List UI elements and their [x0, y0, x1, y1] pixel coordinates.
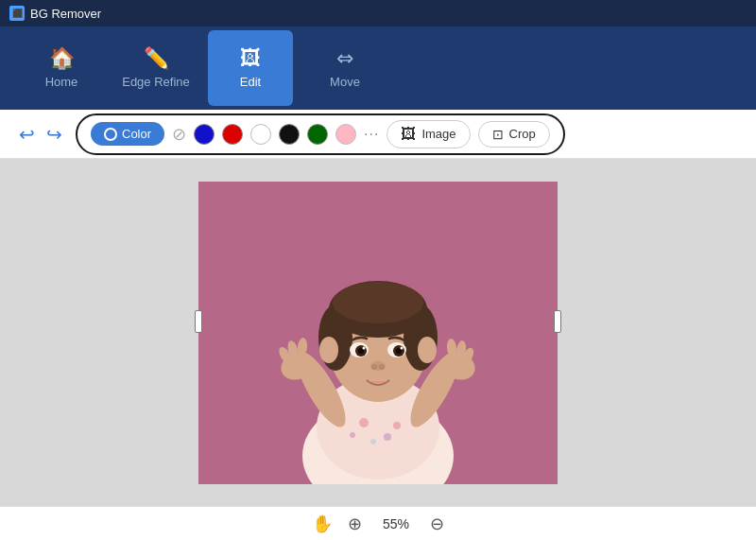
nav-item-move[interactable]: ⇔ Move: [302, 30, 387, 106]
svg-point-20: [363, 346, 366, 349]
image-button[interactable]: 🖼 Image: [387, 120, 470, 148]
statusbar: ✋ ⊕ 55% ⊖: [0, 506, 756, 540]
swatch-white[interactable]: [250, 124, 271, 145]
nav-label-edit: Edit: [240, 75, 261, 89]
svg-point-25: [319, 337, 338, 363]
zoom-in-button[interactable]: ⊕: [348, 514, 362, 534]
svg-point-24: [379, 364, 385, 370]
move-icon: ⇔: [336, 48, 353, 69]
nav-item-edit[interactable]: 🖼 Edit: [208, 30, 293, 106]
crop-button-label: Crop: [509, 127, 536, 141]
svg-point-3: [359, 418, 369, 427]
svg-point-5: [370, 439, 376, 444]
svg-point-13: [333, 282, 423, 323]
undo-button[interactable]: ↩: [15, 121, 39, 148]
undo-redo-group: ↩ ↪: [15, 121, 66, 148]
svg-point-7: [350, 432, 355, 438]
color-circle-icon: [104, 128, 117, 141]
home-icon: 🏠: [49, 48, 75, 69]
main: ↩ ↪ Color ⊘ ··· 🖼 Image ⊡ Crop: [0, 110, 756, 540]
swatch-green[interactable]: [307, 124, 328, 145]
svg-point-26: [418, 337, 437, 363]
image-icon: 🖼: [401, 126, 416, 143]
swatch-red[interactable]: [222, 124, 243, 145]
navbar: 🏠 Home ✏️ Edge Refine 🖼 Edit ⇔ Move: [0, 26, 756, 110]
redo-button[interactable]: ↪: [43, 121, 66, 148]
canvas-area[interactable]: [0, 159, 756, 506]
color-button[interactable]: Color: [91, 122, 164, 146]
nav-label-edge-refine: Edge Refine: [122, 75, 190, 89]
photo-svg: [198, 182, 558, 484]
edit-icon: 🖼: [240, 48, 261, 69]
swatch-pink[interactable]: [335, 124, 356, 145]
titlebar: ⬛ BG Remover: [0, 0, 756, 26]
swatch-black[interactable]: [279, 124, 300, 145]
svg-point-21: [401, 346, 404, 349]
app-title: BG Remover: [30, 7, 101, 21]
nav-item-edge-refine[interactable]: ✏️ Edge Refine: [113, 30, 198, 106]
nav-item-home[interactable]: 🏠 Home: [19, 30, 104, 106]
app-icon: ⬛: [9, 6, 25, 21]
crop-icon: ⊡: [492, 127, 504, 142]
crop-button[interactable]: ⊡ Crop: [478, 121, 550, 148]
image-container: [198, 182, 558, 484]
edge-refine-icon: ✏️: [144, 48, 169, 69]
svg-point-6: [393, 422, 401, 429]
pan-icon: ✋: [312, 514, 333, 534]
svg-point-23: [371, 364, 377, 370]
svg-point-4: [384, 433, 391, 441]
zoom-level: 55%: [377, 516, 415, 531]
nav-label-home: Home: [45, 75, 78, 89]
toolbar: ↩ ↪ Color ⊘ ··· 🖼 Image ⊡ Crop: [0, 110, 756, 159]
zoom-out-button[interactable]: ⊖: [430, 514, 444, 534]
image-button-label: Image: [421, 127, 455, 141]
crop-handle-left[interactable]: [195, 310, 202, 333]
more-colors-button[interactable]: ···: [364, 126, 379, 143]
no-color-icon: ⊘: [172, 124, 186, 145]
color-button-label: Color: [122, 127, 151, 141]
nav-label-move: Move: [330, 75, 360, 89]
toolbar-main-group: Color ⊘ ··· 🖼 Image ⊡ Crop: [76, 113, 565, 155]
crop-handle-right[interactable]: [554, 310, 561, 333]
swatch-blue[interactable]: [194, 124, 215, 145]
